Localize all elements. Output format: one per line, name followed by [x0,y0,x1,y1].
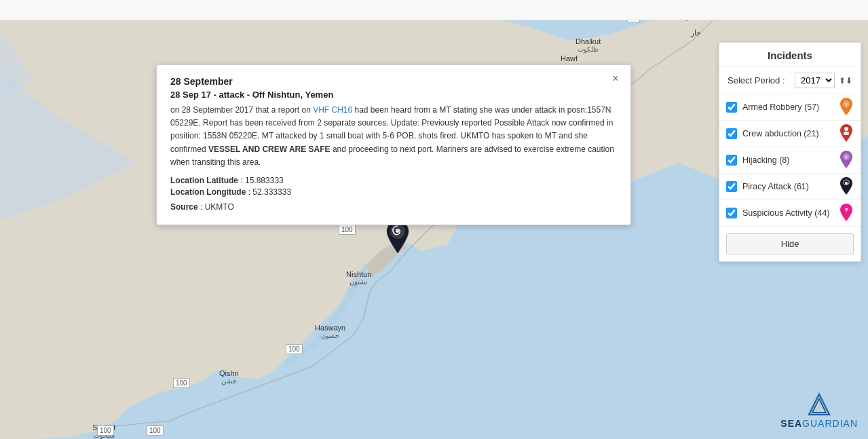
popup-date-header: 28 September [170,76,617,87]
icon-suspicious: ? [839,206,854,221]
incident-row-crew-abduction: Crew abduction (21) [719,121,861,147]
vhf-link[interactable]: VHF CH16 [313,105,352,115]
city-jar: جار [691,28,701,37]
seaguardian-logo: SEAGUARDIAN [780,391,858,429]
period-arrows: ⬆⬇ [839,76,852,85]
icon-hijacking: ✦ [839,153,854,168]
logo-text: SEAGUARDIAN [780,418,858,429]
label-piracy-attack: Piracy Attack (61) [742,182,833,191]
panel-title: Incidents [719,43,861,67]
checkbox-armed-robbery[interactable] [726,102,737,113]
popup-incident-title: 28 Sep 17 - attack - Off Nishtun, Yemen [170,90,617,100]
popup-incident-body: on 28 September 2017 that a report on VH… [170,104,617,169]
svg-marker-12 [812,399,826,413]
checkbox-crew-abduction[interactable] [726,128,737,139]
incidents-panel: Incidents Select Period : 2013 2014 2015… [719,42,861,262]
topbar [0,0,868,20]
city-qishn: Qishn قشن [219,369,239,385]
incident-row-piracy-attack: Piracy Attack (61) [719,174,861,200]
road-100-3: 100 [173,378,190,388]
icon-armed-robbery: ! [839,100,854,115]
label-armed-robbery: Armed Robbery (57) [742,102,833,112]
period-select[interactable]: 2013 2014 2015 2016 2017 2018 [795,73,835,88]
svg-point-9 [845,182,848,185]
label-suspicious: Suspicious Activity (44) [742,208,833,218]
popup-source: Source : UKMTO [170,202,617,212]
road-100-2: 100 [286,344,303,354]
icon-crew-abduction [839,126,854,141]
popup-lng: Location Longitude : 52.333333 [170,187,617,197]
svg-point-5 [844,127,848,131]
city-hawf: Hawf [561,54,578,62]
icon-piracy-attack [839,179,854,194]
svg-rect-6 [844,132,849,135]
svg-text:✦: ✦ [844,155,848,159]
popup-lat: Location Latitude : 15.883333 [170,176,617,185]
incident-row-hijacking: Hijacking (8) ✦ [719,147,861,174]
svg-text:?: ? [844,207,848,214]
period-label: Select Period : [728,75,791,85]
incident-row-armed-robbery: Armed Robbery (57) ! [719,94,861,121]
logo-icon [802,391,836,418]
incident-row-suspicious: Suspicious Activity (44) ? [719,200,861,227]
city-haswayn: Haswayn حضون [315,324,345,339]
svg-marker-11 [809,394,829,415]
period-row: Select Period : 2013 2014 2015 2016 2017… [719,67,861,94]
city-dhalkut: Dhalkut ظلكوت [575,37,601,53]
city-nishtun: Nishtun نشتون [346,270,371,286]
svg-point-2 [396,230,399,233]
hide-button[interactable]: Hide [726,233,854,254]
checkbox-hijacking[interactable] [726,155,737,166]
road-100-5: 100 [147,425,164,436]
road-100-1: 100 [339,225,356,235]
road-100-4: 100 [97,425,114,436]
label-hijacking: Hijacking (8) [742,155,833,165]
checkbox-piracy-attack[interactable] [726,181,737,192]
checkbox-suspicious[interactable] [726,208,737,218]
incident-popup: × 28 September 28 Sep 17 - attack - Off … [156,64,631,225]
popup-close-button[interactable]: × [609,72,622,85]
svg-text:!: ! [846,102,848,108]
label-crew-abduction: Crew abduction (21) [742,129,833,138]
